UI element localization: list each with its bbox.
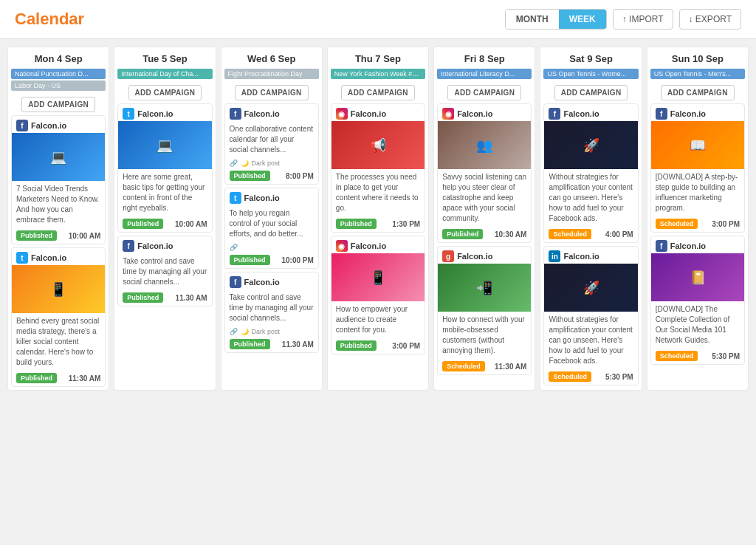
Instagram-icon: ◉ xyxy=(336,108,348,120)
post-text: Take control and save time by managing a… xyxy=(225,289,318,326)
Instagram-icon: ◉ xyxy=(336,240,348,252)
add-campaign-button-fri[interactable]: ADD CAMPAIGN xyxy=(447,85,521,100)
post-card[interactable]: f Falcon.io 📖 [DOWNLOAD] A step-by-step … xyxy=(650,103,745,233)
post-time: 11:30 AM xyxy=(495,363,527,371)
post-time: 10:00 PM xyxy=(281,256,313,264)
post-footer: Published 10:30 AM xyxy=(438,227,531,242)
post-card-header: f Falcon.io xyxy=(225,104,318,121)
status-badge: Scheduled xyxy=(656,351,698,361)
top-bar-actions: MONTH WEEK ↑ IMPORT ↓ EXPORT xyxy=(505,9,741,30)
post-time: 4:00 PM xyxy=(605,230,633,239)
post-card[interactable]: t Falcon.io 📱 Behind every great social … xyxy=(11,247,106,387)
status-badge: Published xyxy=(336,340,377,351)
post-card-header: in Falcon.io xyxy=(544,247,637,264)
post-footer: Published 8:00 PM xyxy=(225,168,318,184)
post-card[interactable]: ◉ Falcon.io 📱 How to empower your audien… xyxy=(331,236,425,354)
post-card-header: ◉ Falcon.io xyxy=(438,104,531,121)
post-footer: Published 10:00 AM xyxy=(12,228,105,244)
view-toggle: MONTH WEEK xyxy=(505,9,607,30)
import-button[interactable]: ↑ IMPORT xyxy=(613,9,673,30)
day-header-wed: Wed 6 Sep xyxy=(221,47,322,67)
post-card[interactable]: f Falcon.io 💻 7 Social Video Trends Mark… xyxy=(11,115,106,244)
Google+-icon: g xyxy=(442,250,454,262)
Twitter-icon: t xyxy=(230,192,241,204)
status-badge: Scheduled xyxy=(549,229,591,239)
day-column-tue: Tue 5 SepInternational Day of Cha...ADD … xyxy=(114,47,216,391)
status-badge: Published xyxy=(16,373,57,383)
event-tag: Labor Day - US xyxy=(11,80,106,91)
post-brand: Falcon.io xyxy=(563,109,599,118)
post-card[interactable]: f Falcon.io 📔 [DOWNLOAD] The Complete Co… xyxy=(650,236,745,365)
post-card-header: f Falcon.io xyxy=(544,104,637,121)
post-text: Take control and save time by managing a… xyxy=(118,253,211,290)
post-card-header: f Falcon.io xyxy=(651,236,744,253)
post-brand: Falcon.io xyxy=(457,109,492,118)
event-tags-sat: US Open Tennis - Wome... xyxy=(540,67,641,82)
link-icon xyxy=(230,244,238,251)
post-image: 💻 xyxy=(118,121,211,169)
post-card[interactable]: ◉ Falcon.io 📢 The processes you need in … xyxy=(331,103,425,233)
add-campaign-button-mon[interactable]: ADD CAMPAIGN xyxy=(21,97,95,112)
Twitter-icon: t xyxy=(123,108,134,120)
post-meta: Dark post xyxy=(225,158,318,168)
post-card-header: t Falcon.io xyxy=(118,104,211,121)
post-card[interactable]: in Falcon.io 🚀 Without strategies for am… xyxy=(543,246,638,385)
post-brand: Falcon.io xyxy=(244,278,280,287)
post-brand: Falcon.io xyxy=(351,241,386,250)
day-header-thu: Thu 7 Sep xyxy=(328,47,428,67)
post-card[interactable]: f Falcon.io 🚀 Without strategies for amp… xyxy=(543,103,638,243)
post-footer: Published 3:00 PM xyxy=(331,338,425,354)
post-brand: Falcon.io xyxy=(137,109,173,118)
post-brand: Falcon.io xyxy=(31,121,66,130)
add-campaign-button-sat[interactable]: ADD CAMPAIGN xyxy=(554,85,628,100)
post-card[interactable]: t Falcon.io To help you regain control o… xyxy=(224,188,319,269)
week-view-btn[interactable]: WEEK xyxy=(559,10,606,29)
post-footer: Published 10:00 AM xyxy=(118,216,211,232)
post-brand: Falcon.io xyxy=(31,253,66,262)
add-campaign-button-tue[interactable]: ADD CAMPAIGN xyxy=(128,85,202,100)
status-badge: Published xyxy=(123,219,163,229)
add-campaign-button-sun[interactable]: ADD CAMPAIGN xyxy=(661,85,735,100)
post-meta xyxy=(225,242,318,253)
add-campaign-button-thu[interactable]: ADD CAMPAIGN xyxy=(341,85,415,100)
export-button[interactable]: ↓ EXPORT xyxy=(679,9,741,30)
post-card[interactable]: ◉ Falcon.io 👥 Savvy social listening can… xyxy=(437,103,532,243)
post-card[interactable]: f Falcon.io One collaborative content ca… xyxy=(224,103,319,185)
post-time: 10:30 AM xyxy=(495,230,527,239)
post-image: 📖 xyxy=(651,121,744,169)
post-image: 🚀 xyxy=(544,121,637,169)
post-meta: Dark post xyxy=(225,326,318,337)
post-footer: Scheduled 5:30 PM xyxy=(651,349,744,364)
event-tags-tue: International Day of Cha... xyxy=(114,67,215,82)
post-brand: Falcon.io xyxy=(351,109,386,118)
post-image: 💻 xyxy=(12,133,105,181)
status-badge: Published xyxy=(123,292,163,303)
add-campaign-button-wed[interactable]: ADD CAMPAIGN xyxy=(235,85,309,100)
post-brand: Falcon.io xyxy=(457,252,492,261)
status-badge: Scheduled xyxy=(656,219,698,229)
post-time: 8:00 PM xyxy=(286,172,314,180)
event-tag: Fight Procrastination Day xyxy=(224,69,319,79)
day-column-sun: Sun 10 SepUS Open Tennis - Men's...ADD C… xyxy=(647,47,749,391)
post-card-header: f Falcon.io xyxy=(118,236,211,253)
Facebook-icon: f xyxy=(230,108,241,120)
month-view-btn[interactable]: MONTH xyxy=(506,10,559,29)
post-image: 👥 xyxy=(438,121,531,169)
post-text: [DOWNLOAD] A step-by-step guide to build… xyxy=(651,169,744,216)
LinkedIn-icon: in xyxy=(549,250,560,262)
Facebook-icon: f xyxy=(656,240,667,252)
post-card[interactable]: t Falcon.io 💻 Here are some great, basic… xyxy=(117,103,212,233)
post-card[interactable]: f Falcon.io Take control and save time b… xyxy=(224,272,319,353)
post-text: One collaborative content calendar for a… xyxy=(225,121,318,158)
post-text: Without strategies for amplification you… xyxy=(544,312,637,369)
post-card-header: ◉ Falcon.io xyxy=(331,104,425,121)
post-card-header: f Falcon.io xyxy=(12,116,105,133)
top-bar: Calendar MONTH WEEK ↑ IMPORT ↓ EXPORT xyxy=(0,0,756,39)
post-text: Behind every great social media strategy… xyxy=(12,313,105,371)
post-image: 🚀 xyxy=(544,264,637,312)
event-tags-wed: Fight Procrastination Day xyxy=(221,67,322,82)
day-column-mon: Mon 4 SepNational Punctuation D...Labor … xyxy=(7,47,109,391)
post-card[interactable]: g Falcon.io 📲 How to connect with your m… xyxy=(437,246,532,375)
post-card[interactable]: f Falcon.io Take control and save time b… xyxy=(117,236,212,306)
post-brand: Falcon.io xyxy=(137,241,173,250)
